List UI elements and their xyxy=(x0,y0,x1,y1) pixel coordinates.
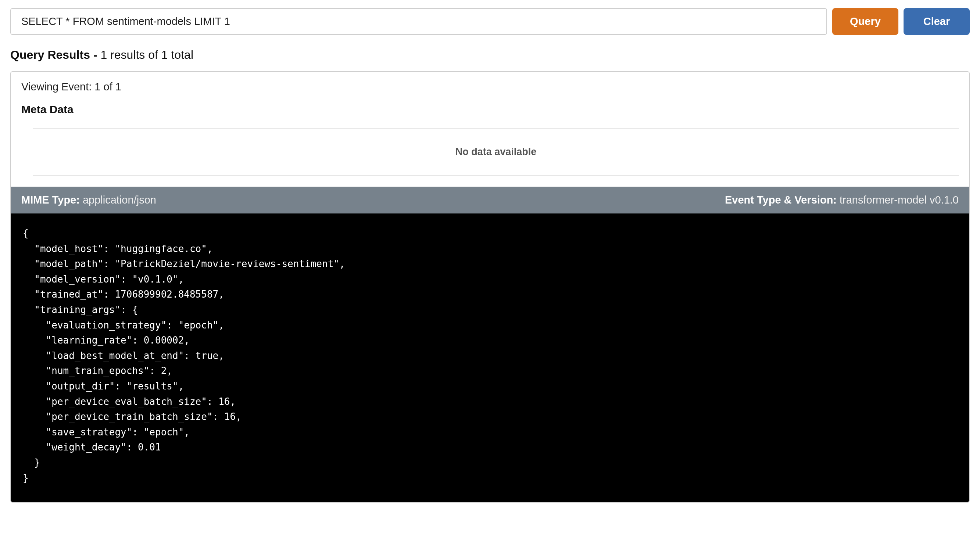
query-input[interactable] xyxy=(10,8,827,35)
meta-data-heading: Meta Data xyxy=(21,103,959,116)
query-button[interactable]: Query xyxy=(832,8,898,35)
clear-button[interactable]: Clear xyxy=(903,8,970,35)
event-type-value: transformer-model v0.1.0 xyxy=(840,194,959,206)
no-data-message: No data available xyxy=(33,129,959,175)
info-bar: MIME Type: application/json Event Type &… xyxy=(11,187,969,213)
json-payload[interactable]: { "model_host": "huggingface.co", "model… xyxy=(11,213,969,502)
results-header: Query Results - 1 results of 1 total xyxy=(10,48,970,62)
panel-top: Viewing Event: 1 of 1 Meta Data xyxy=(11,72,969,116)
event-type-label: Event Type & Version: xyxy=(725,194,837,206)
results-panel: Viewing Event: 1 of 1 Meta Data No data … xyxy=(10,71,970,503)
results-header-title: Query Results - xyxy=(10,48,98,61)
meta-data-table: No data available xyxy=(11,128,969,187)
mime-type-group: MIME Type: application/json xyxy=(21,194,156,206)
divider xyxy=(33,175,959,176)
mime-type-value: application/json xyxy=(83,194,156,206)
query-bar: Query Clear xyxy=(10,8,970,35)
results-header-count: 1 results of 1 total xyxy=(98,48,193,61)
mime-type-label: MIME Type: xyxy=(21,194,80,206)
event-type-group: Event Type & Version: transformer-model … xyxy=(725,194,959,206)
viewing-event-text: Viewing Event: 1 of 1 xyxy=(21,81,959,93)
